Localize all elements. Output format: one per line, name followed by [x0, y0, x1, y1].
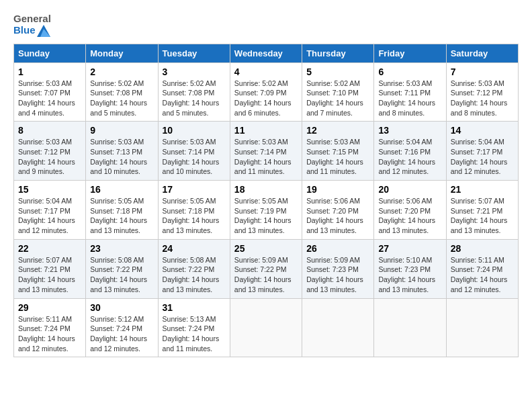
day-detail: Sunrise: 5:03 AMSunset: 7:07 PMDaylight:… — [18, 79, 75, 117]
calendar-cell: 17 Sunrise: 5:05 AMSunset: 7:18 PMDaylig… — [158, 181, 230, 240]
calendar-cell: 16 Sunrise: 5:05 AMSunset: 7:18 PMDaylig… — [86, 181, 158, 240]
day-detail: Sunrise: 5:03 AMSunset: 7:14 PMDaylight:… — [234, 138, 292, 175]
calendar-header-monday: Monday — [86, 44, 158, 62]
day-number: 29 — [18, 302, 81, 313]
day-number: 3 — [163, 66, 226, 77]
calendar-header-friday: Friday — [374, 44, 446, 62]
calendar-cell — [374, 298, 446, 357]
day-number: 23 — [90, 243, 153, 254]
day-number: 2 — [90, 66, 153, 77]
day-number: 20 — [378, 184, 441, 195]
logo: General Blue — [13, 13, 51, 37]
day-detail: Sunrise: 5:08 AMSunset: 7:22 PMDaylight:… — [163, 256, 220, 293]
day-detail: Sunrise: 5:09 AMSunset: 7:22 PMDaylight:… — [234, 256, 292, 293]
calendar-cell: 8 Sunrise: 5:03 AMSunset: 7:12 PMDayligh… — [14, 122, 86, 181]
day-detail: Sunrise: 5:11 AMSunset: 7:24 PMDaylight:… — [18, 315, 75, 353]
day-detail: Sunrise: 5:13 AMSunset: 7:24 PMDaylight:… — [163, 315, 220, 353]
calendar-week-row: 15 Sunrise: 5:04 AMSunset: 7:17 PMDaylig… — [14, 181, 519, 240]
page-header: General Blue — [13, 13, 519, 37]
calendar-header-thursday: Thursday — [302, 44, 374, 62]
day-detail: Sunrise: 5:04 AMSunset: 7:17 PMDaylight:… — [18, 197, 75, 234]
day-detail: Sunrise: 5:03 AMSunset: 7:12 PMDaylight:… — [451, 79, 508, 117]
calendar-cell — [446, 298, 518, 357]
day-number: 26 — [306, 243, 369, 254]
day-number: 13 — [378, 125, 441, 136]
calendar-cell: 29 Sunrise: 5:11 AMSunset: 7:24 PMDaylig… — [14, 298, 86, 357]
logo-blue: Blue — [13, 25, 36, 36]
calendar-cell: 23 Sunrise: 5:08 AMSunset: 7:22 PMDaylig… — [86, 239, 158, 298]
day-number: 16 — [90, 184, 153, 195]
calendar-header-saturday: Saturday — [446, 44, 518, 62]
day-detail: Sunrise: 5:05 AMSunset: 7:18 PMDaylight:… — [163, 197, 220, 234]
calendar-cell: 19 Sunrise: 5:06 AMSunset: 7:20 PMDaylig… — [302, 181, 374, 240]
calendar-header-sunday: Sunday — [14, 44, 86, 62]
day-number: 4 — [234, 66, 298, 77]
day-detail: Sunrise: 5:07 AMSunset: 7:21 PMDaylight:… — [18, 256, 75, 293]
day-detail: Sunrise: 5:02 AMSunset: 7:08 PMDaylight:… — [163, 79, 220, 117]
calendar-cell: 31 Sunrise: 5:13 AMSunset: 7:24 PMDaylig… — [158, 298, 230, 357]
calendar-week-row: 8 Sunrise: 5:03 AMSunset: 7:12 PMDayligh… — [14, 122, 519, 181]
calendar-cell: 12 Sunrise: 5:03 AMSunset: 7:15 PMDaylig… — [302, 122, 374, 181]
day-detail: Sunrise: 5:02 AMSunset: 7:08 PMDaylight:… — [90, 79, 147, 117]
calendar-cell — [230, 298, 302, 357]
day-number: 11 — [234, 125, 298, 136]
calendar-cell: 9 Sunrise: 5:03 AMSunset: 7:13 PMDayligh… — [86, 122, 158, 181]
calendar-cell: 24 Sunrise: 5:08 AMSunset: 7:22 PMDaylig… — [158, 239, 230, 298]
day-detail: Sunrise: 5:10 AMSunset: 7:23 PMDaylight:… — [378, 256, 435, 293]
day-detail: Sunrise: 5:03 AMSunset: 7:11 PMDaylight:… — [378, 79, 435, 117]
day-number: 17 — [163, 184, 226, 195]
day-number: 28 — [451, 243, 514, 254]
day-detail: Sunrise: 5:06 AMSunset: 7:20 PMDaylight:… — [306, 197, 363, 234]
day-detail: Sunrise: 5:05 AMSunset: 7:18 PMDaylight:… — [90, 197, 147, 234]
day-detail: Sunrise: 5:02 AMSunset: 7:09 PMDaylight:… — [234, 79, 292, 117]
calendar-cell: 6 Sunrise: 5:03 AMSunset: 7:11 PMDayligh… — [374, 62, 446, 122]
day-number: 19 — [306, 184, 369, 195]
calendar-cell: 25 Sunrise: 5:09 AMSunset: 7:22 PMDaylig… — [230, 239, 302, 298]
day-number: 10 — [163, 125, 226, 136]
day-number: 9 — [90, 125, 153, 136]
day-detail: Sunrise: 5:06 AMSunset: 7:20 PMDaylight:… — [378, 197, 435, 234]
calendar-table: SundayMondayTuesdayWednesdayThursdayFrid… — [13, 44, 519, 358]
day-detail: Sunrise: 5:03 AMSunset: 7:15 PMDaylight:… — [306, 138, 363, 175]
day-number: 22 — [18, 243, 81, 254]
calendar-cell: 13 Sunrise: 5:04 AMSunset: 7:16 PMDaylig… — [374, 122, 446, 181]
day-number: 1 — [18, 66, 81, 77]
calendar-header-wednesday: Wednesday — [230, 44, 302, 62]
calendar-cell: 11 Sunrise: 5:03 AMSunset: 7:14 PMDaylig… — [230, 122, 302, 181]
day-number: 27 — [378, 243, 441, 254]
day-number: 15 — [18, 184, 81, 195]
calendar-cell: 5 Sunrise: 5:02 AMSunset: 7:10 PMDayligh… — [302, 62, 374, 122]
day-number: 25 — [234, 243, 298, 254]
calendar-week-row: 1 Sunrise: 5:03 AMSunset: 7:07 PMDayligh… — [14, 62, 519, 122]
day-number: 14 — [451, 125, 514, 136]
day-number: 8 — [18, 125, 81, 136]
calendar-cell: 3 Sunrise: 5:02 AMSunset: 7:08 PMDayligh… — [158, 62, 230, 122]
day-number: 12 — [306, 125, 369, 136]
day-number: 24 — [163, 243, 226, 254]
day-detail: Sunrise: 5:11 AMSunset: 7:24 PMDaylight:… — [451, 256, 508, 293]
calendar-cell: 14 Sunrise: 5:04 AMSunset: 7:17 PMDaylig… — [446, 122, 518, 181]
calendar-cell: 2 Sunrise: 5:02 AMSunset: 7:08 PMDayligh… — [86, 62, 158, 122]
day-detail: Sunrise: 5:04 AMSunset: 7:17 PMDaylight:… — [451, 138, 508, 175]
day-detail: Sunrise: 5:05 AMSunset: 7:19 PMDaylight:… — [234, 197, 292, 234]
calendar-cell: 20 Sunrise: 5:06 AMSunset: 7:20 PMDaylig… — [374, 181, 446, 240]
calendar-cell: 26 Sunrise: 5:09 AMSunset: 7:23 PMDaylig… — [302, 239, 374, 298]
day-detail: Sunrise: 5:03 AMSunset: 7:13 PMDaylight:… — [90, 138, 147, 175]
day-detail: Sunrise: 5:12 AMSunset: 7:24 PMDaylight:… — [90, 315, 147, 353]
calendar-cell: 15 Sunrise: 5:04 AMSunset: 7:17 PMDaylig… — [14, 181, 86, 240]
day-number: 31 — [163, 302, 226, 313]
calendar-cell: 4 Sunrise: 5:02 AMSunset: 7:09 PMDayligh… — [230, 62, 302, 122]
calendar-cell: 1 Sunrise: 5:03 AMSunset: 7:07 PMDayligh… — [14, 62, 86, 122]
day-detail: Sunrise: 5:03 AMSunset: 7:12 PMDaylight:… — [18, 138, 75, 175]
day-number: 21 — [451, 184, 514, 195]
calendar-cell: 18 Sunrise: 5:05 AMSunset: 7:19 PMDaylig… — [230, 181, 302, 240]
day-detail: Sunrise: 5:09 AMSunset: 7:23 PMDaylight:… — [306, 256, 363, 293]
logo-general: General — [13, 13, 51, 25]
day-detail: Sunrise: 5:07 AMSunset: 7:21 PMDaylight:… — [451, 197, 508, 234]
day-detail: Sunrise: 5:08 AMSunset: 7:22 PMDaylight:… — [90, 256, 147, 293]
day-detail: Sunrise: 5:03 AMSunset: 7:14 PMDaylight:… — [163, 138, 220, 175]
day-number: 5 — [306, 66, 369, 77]
calendar-header-tuesday: Tuesday — [158, 44, 230, 62]
day-detail: Sunrise: 5:04 AMSunset: 7:16 PMDaylight:… — [378, 138, 435, 175]
calendar-cell: 27 Sunrise: 5:10 AMSunset: 7:23 PMDaylig… — [374, 239, 446, 298]
